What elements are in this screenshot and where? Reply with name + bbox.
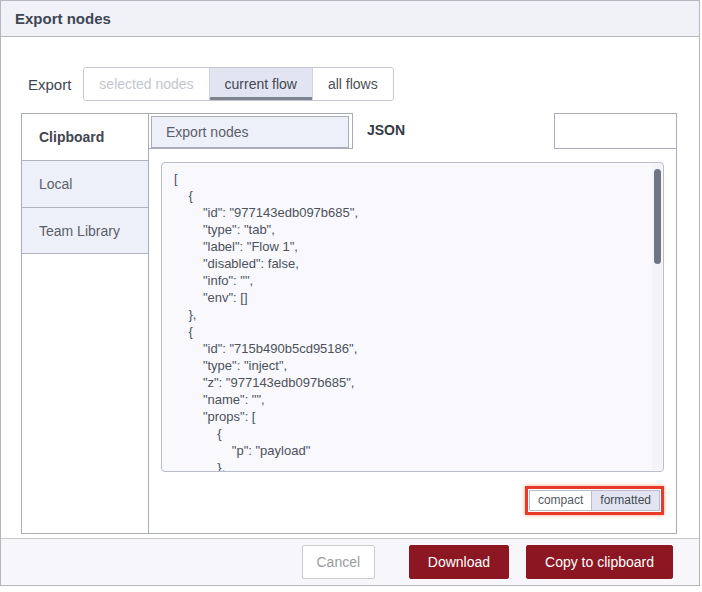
scrollbar-thumb[interactable] [654,169,661,264]
scope-all-flows-button[interactable]: all flows [313,68,393,100]
export-main-panel: Export nodes JSON [ { "id": "977143edb09… [148,113,677,534]
copy-to-clipboard-button[interactable]: Copy to clipboard [526,545,673,579]
formatted-button[interactable]: formatted [591,490,660,511]
format-toggle-highlight: compact formatted [525,486,664,515]
export-scope-row: Export selected nodes current flow all f… [28,67,394,101]
export-scope-button-group: selected nodes current flow all flows [83,67,393,101]
tab-json[interactable]: JSON [352,113,555,149]
export-scope-label: Export [28,76,71,93]
cancel-button[interactable]: Cancel [302,545,375,579]
sidebar-header-clipboard: Clipboard [22,114,148,160]
json-preview-text: [ { "id": "977143edb097b685", "type": "t… [174,170,645,471]
json-panel-body: [ { "id": "977143edb097b685", "type": "t… [149,149,676,533]
sidebar-item-local[interactable]: Local [22,160,148,207]
dialog-footer: Cancel Download Copy to clipboard [1,538,699,585]
scope-selected-nodes-button[interactable]: selected nodes [84,68,209,100]
download-button[interactable]: Download [409,545,509,579]
export-nodes-dialog: Export nodes Export selected nodes curre… [0,0,700,586]
scrollbar-track[interactable] [652,164,662,470]
tab-strip: Export nodes JSON [149,114,676,149]
scope-current-flow-button[interactable]: current flow [210,68,313,100]
sidebar-item-team-library[interactable]: Team Library [22,207,148,254]
compact-button[interactable]: compact [529,490,591,511]
dialog-title: Export nodes [1,1,699,37]
json-preview-box[interactable]: [ { "id": "977143edb097b685", "type": "t… [161,162,664,472]
library-sidebar: Clipboard Local Team Library [21,113,149,534]
tab-export-nodes[interactable]: Export nodes [151,116,349,148]
